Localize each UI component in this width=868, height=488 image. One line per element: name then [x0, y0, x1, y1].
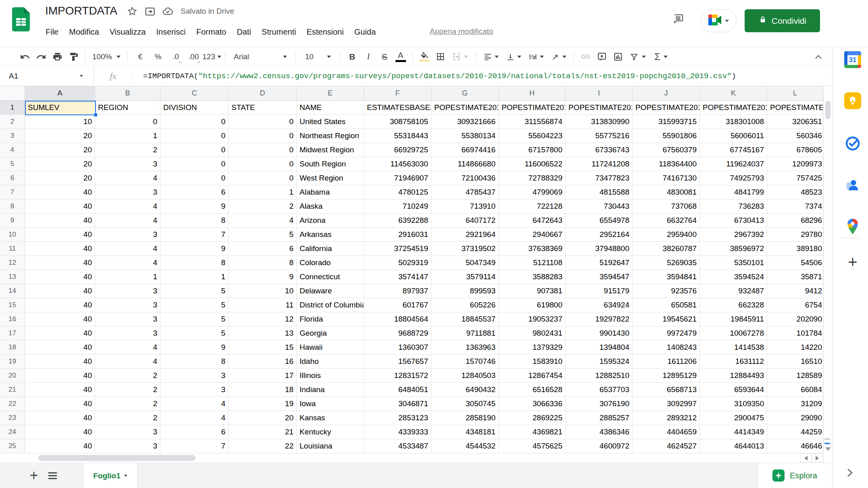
cell-C23[interactable]: 4	[160, 411, 229, 425]
column-header-B[interactable]: B	[95, 86, 160, 101]
cell-G20[interactable]: 12840503	[431, 369, 499, 383]
cell-A1[interactable]: SUMLEV	[25, 101, 95, 115]
cell-B12[interactable]: 4	[95, 256, 160, 270]
menu-dati[interactable]: Dati	[231, 27, 256, 37]
cell-J22[interactable]: 3092997	[633, 397, 700, 411]
cell-G16[interactable]: 18845537	[431, 312, 499, 326]
cell-A16[interactable]: 40	[25, 312, 95, 326]
cell-F11[interactable]: 37254519	[364, 242, 431, 256]
cell-A8[interactable]: 40	[25, 199, 95, 214]
cell-H12[interactable]: 5121108	[499, 256, 566, 270]
cell-I1[interactable]: POPESTIMATE2012	[566, 101, 633, 115]
cell-L24[interactable]: 44259	[767, 425, 823, 439]
cell-K15[interactable]: 662328	[700, 298, 767, 312]
cell-K10[interactable]: 2967392	[700, 228, 767, 242]
cell-G7[interactable]: 4785437	[431, 185, 499, 199]
insert-comment-button[interactable]	[594, 49, 610, 64]
cell-J9[interactable]: 6632764	[633, 214, 700, 228]
move-to-folder-icon[interactable]	[144, 6, 156, 17]
cell-B3[interactable]: 1	[95, 129, 160, 143]
cell-I19[interactable]: 1595324	[566, 355, 633, 369]
cell-A9[interactable]: 40	[25, 214, 95, 228]
cell-K16[interactable]: 19845911	[700, 312, 767, 326]
cell-I14[interactable]: 915179	[566, 284, 633, 298]
cell-G9[interactable]: 6407172	[431, 214, 499, 228]
cell-I24[interactable]: 4386346	[566, 425, 633, 439]
cell-H19[interactable]: 1583910	[499, 355, 566, 369]
cell-F18[interactable]: 1360307	[364, 341, 431, 355]
cell-K22[interactable]: 3109350	[700, 397, 767, 411]
row-header-16[interactable]: 16	[0, 312, 25, 326]
cell-D24[interactable]: 21	[229, 425, 297, 439]
cell-G10[interactable]: 2921964	[431, 228, 499, 242]
row-header-6[interactable]: 6	[0, 171, 25, 185]
cell-C12[interactable]: 8	[160, 256, 229, 270]
cell-F2[interactable]: 308758105	[364, 115, 431, 129]
column-header-F[interactable]: F	[364, 86, 431, 101]
cell-D23[interactable]: 20	[229, 411, 297, 425]
cell-F21[interactable]: 6484051	[364, 383, 431, 397]
cell-H23[interactable]: 2869225	[499, 411, 566, 425]
cell-G5[interactable]: 114866680	[431, 157, 499, 171]
cell-J25[interactable]: 4624527	[633, 439, 700, 453]
menu-guida[interactable]: Guida	[349, 27, 381, 37]
cell-E12[interactable]: Colorado	[297, 256, 364, 270]
insert-chart-button[interactable]	[610, 49, 626, 64]
cell-J19[interactable]: 1611206	[633, 355, 700, 369]
cell-B21[interactable]: 2	[95, 383, 160, 397]
decrease-decimals-button[interactable]: .0←	[167, 49, 185, 64]
cell-J24[interactable]: 4404659	[633, 425, 700, 439]
cell-H9[interactable]: 6472643	[499, 214, 566, 228]
column-header-G[interactable]: G	[431, 86, 499, 101]
cell-C16[interactable]: 5	[160, 312, 229, 326]
cell-E15[interactable]: District of Columbia	[297, 298, 364, 312]
more-formats-button[interactable]: 123	[202, 49, 221, 64]
functions-button[interactable]: Σ	[649, 49, 673, 64]
cell-E5[interactable]: South Region	[297, 157, 364, 171]
cell-A11[interactable]: 40	[25, 242, 95, 256]
borders-button[interactable]	[433, 49, 449, 64]
cell-J8[interactable]: 737068	[633, 199, 700, 214]
cell-L3[interactable]: 560346	[767, 129, 823, 143]
column-header-L[interactable]: L	[767, 86, 823, 101]
row-header-8[interactable]: 8	[0, 199, 25, 214]
cell-K18[interactable]: 1414538	[700, 341, 767, 355]
select-all-corner[interactable]	[0, 86, 25, 101]
cell-C1[interactable]: DIVISION	[160, 101, 229, 115]
cell-G3[interactable]: 55380134	[431, 129, 499, 143]
cell-E1[interactable]: NAME	[297, 101, 364, 115]
horizontal-scrollbar[interactable]	[0, 453, 823, 463]
cell-E23[interactable]: Kansas	[297, 411, 364, 425]
cell-E21[interactable]: Indiana	[297, 383, 364, 397]
cell-A25[interactable]: 40	[25, 439, 95, 453]
row-header-1[interactable]: 1	[0, 101, 25, 115]
menu-estensioni[interactable]: Estensioni	[301, 27, 349, 37]
cell-D14[interactable]: 10	[229, 284, 297, 298]
cell-B2[interactable]: 0	[95, 115, 160, 129]
cell-D10[interactable]: 5	[229, 228, 297, 242]
cell-C17[interactable]: 5	[160, 326, 229, 341]
zoom-select[interactable]: 100%	[89, 49, 124, 64]
cell-C19[interactable]: 8	[160, 355, 229, 369]
cell-H24[interactable]: 4369821	[499, 425, 566, 439]
cell-C13[interactable]: 1	[160, 270, 229, 284]
cell-I15[interactable]: 634924	[566, 298, 633, 312]
cell-I11[interactable]: 37948800	[566, 242, 633, 256]
format-percent-button[interactable]: %	[149, 49, 167, 64]
italic-button[interactable]: I	[360, 49, 377, 64]
cell-F16[interactable]: 18804564	[364, 312, 431, 326]
tasks-icon[interactable]	[844, 135, 862, 152]
fill-color-button[interactable]	[416, 49, 433, 64]
saved-status[interactable]: Salvato in Drive	[181, 7, 234, 16]
cell-H5[interactable]: 116006522	[499, 157, 566, 171]
cell-C9[interactable]: 8	[160, 214, 229, 228]
column-header-H[interactable]: H	[499, 86, 566, 101]
cell-J21[interactable]: 6568713	[633, 383, 700, 397]
cell-C11[interactable]: 9	[160, 242, 229, 256]
cell-L2[interactable]: 3206351	[767, 115, 823, 129]
cell-F3[interactable]: 55318443	[364, 129, 431, 143]
scroll-right-button[interactable]	[812, 453, 823, 463]
row-header-21[interactable]: 21	[0, 383, 25, 397]
cell-G14[interactable]: 899593	[431, 284, 499, 298]
cell-I9[interactable]: 6554978	[566, 214, 633, 228]
